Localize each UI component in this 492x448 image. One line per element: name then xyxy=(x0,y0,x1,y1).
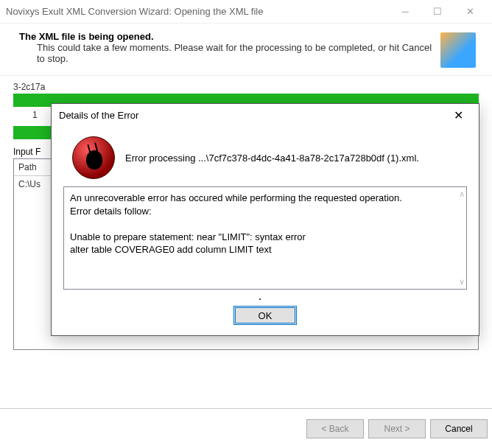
wizard-header: The XML file is being opened. This could… xyxy=(0,24,492,76)
wizard-titlebar: Novixys Exult XML Conversion Wizard: Ope… xyxy=(0,0,492,24)
scroll-down-icon[interactable]: ∨ xyxy=(459,276,465,287)
error-message: Error processing ...\7cf7c378-d4dc-4a41-… xyxy=(125,153,467,164)
window-controls: ─ ☐ ✕ xyxy=(389,1,486,23)
window-title: Novixys Exult XML Conversion Wizard: Ope… xyxy=(6,6,389,17)
close-window-button[interactable]: ✕ xyxy=(454,1,486,23)
back-button[interactable]: < Back xyxy=(306,419,364,438)
ok-button[interactable]: OK xyxy=(233,306,297,325)
scroll-up-icon[interactable]: ∧ xyxy=(459,189,465,200)
filename-fragment: 3-2c17a xyxy=(13,82,479,92)
maximize-button[interactable]: ☐ xyxy=(421,1,454,23)
resize-grip-icon: . xyxy=(63,291,467,298)
wizard-subheading: This could take a few moments. Please wa… xyxy=(37,42,435,64)
error-button-row: OK xyxy=(63,306,467,325)
wizard-header-text: The XML file is being opened. This could… xyxy=(15,31,440,64)
wizard-footer: < Back Next > Cancel xyxy=(0,408,492,448)
error-titlebar: Details of the Error ✕ xyxy=(52,104,479,126)
error-title: Details of the Error xyxy=(59,110,443,121)
error-content: Error processing ...\7cf7c378-d4dc-4a41-… xyxy=(52,126,479,335)
next-button[interactable]: Next > xyxy=(368,419,426,438)
wizard-heading: The XML file is being opened. xyxy=(19,31,440,42)
error-details-textarea[interactable]: An unrecoverable error has occured while… xyxy=(63,186,467,290)
cancel-button[interactable]: Cancel xyxy=(430,419,488,438)
error-dialog: Details of the Error ✕ Error processing … xyxy=(51,103,479,336)
close-icon[interactable]: ✕ xyxy=(443,105,473,125)
bug-icon xyxy=(72,136,115,179)
error-summary: Error processing ...\7cf7c378-d4dc-4a41-… xyxy=(63,136,467,179)
error-details-text: An unrecoverable error has occured while… xyxy=(70,192,402,255)
wizard-header-icon xyxy=(440,32,476,68)
minimize-button[interactable]: ─ xyxy=(389,1,421,23)
